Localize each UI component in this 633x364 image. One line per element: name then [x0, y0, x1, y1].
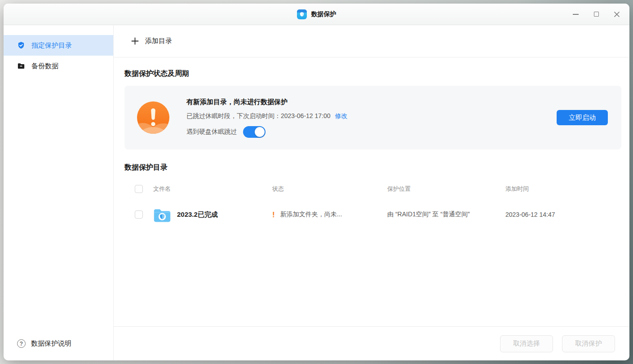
toggle-knob [255, 127, 265, 137]
desktop-background: 数据保护 指定保护目录 备份数据 [0, 0, 633, 364]
row-filename: 2023.2已完成 [177, 211, 218, 219]
warning-icon [137, 101, 169, 134]
sidebar-item-backup-data[interactable]: 备份数据 [4, 56, 113, 76]
status-section-heading: 数据保护状态及周期 [124, 69, 621, 79]
close-button[interactable] [613, 11, 620, 18]
table-header: 文件名 状态 保护位置 添加时间 [124, 183, 621, 195]
sleep-skip-toggle[interactable] [243, 126, 266, 138]
protected-folder-icon [153, 207, 171, 222]
exclamation-icon: ! [272, 211, 275, 219]
table-row[interactable]: 2023.2已完成 ! 新添加文件夹，尚未... 由 “RAID1空间” 至 “… [124, 200, 621, 229]
titlebar: 数据保护 [4, 4, 629, 25]
status-card: 有新添加目录，尚未进行数据保护 已跳过休眠时段，下次启动时间：2023-06-1… [124, 86, 621, 149]
footer-bar: 取消选择 取消保护 [114, 326, 629, 360]
main-panel: 添加目录 数据保护状态及周期 [114, 25, 629, 360]
schedule-text: 已跳过休眠时段，下次启动时间：2023-06-12 17:00 [186, 112, 331, 120]
minimize-button[interactable] [572, 11, 579, 18]
title-group: 数据保护 [297, 9, 336, 19]
cancel-selection-button[interactable]: 取消选择 [500, 335, 553, 352]
add-directory-label: 添加目录 [145, 37, 172, 45]
sidebar-item-label: 备份数据 [31, 62, 58, 70]
row-location: 由 “RAID1空间” 至 “普通空间” [387, 211, 505, 219]
app-shield-icon [297, 9, 307, 19]
row-status-text: 新添加文件夹，尚未... [280, 211, 342, 219]
column-added-time: 添加时间 [505, 185, 621, 193]
header-check-cell [124, 185, 153, 193]
directory-section-heading: 数据保护目录 [124, 163, 621, 172]
row-added-time: 2023-06-12 14:47 [505, 211, 621, 218]
toggle-label: 遇到硬盘休眠跳过 [186, 128, 237, 136]
toolbar: 添加目录 [114, 25, 629, 57]
close-icon [614, 11, 620, 18]
row-check-cell [124, 211, 153, 219]
window-controls [572, 4, 620, 25]
row-status-cell: ! 新添加文件夹，尚未... [272, 211, 387, 219]
minimize-icon [573, 14, 579, 15]
sidebar-item-protected-directories[interactable]: 指定保护目录 [4, 35, 113, 56]
folder-icon [17, 62, 25, 70]
sidebar: 指定保护目录 备份数据 ? 数据保护说明 [4, 25, 114, 360]
sidebar-item-label: 指定保护目录 [31, 41, 72, 50]
status-title: 有新添加目录，尚未进行数据保护 [186, 98, 557, 106]
app-window: 数据保护 指定保护目录 备份数据 [4, 4, 629, 360]
column-filename: 文件名 [153, 185, 272, 193]
maximize-button[interactable] [593, 11, 600, 18]
shield-check-icon [17, 41, 25, 49]
toggle-line: 遇到硬盘休眠跳过 [186, 126, 557, 138]
row-name-cell: 2023.2已完成 [153, 207, 272, 222]
schedule-line: 已跳过休眠时段，下次启动时间：2023-06-12 17:00 修改 [186, 112, 557, 120]
cancel-protection-button[interactable]: 取消保护 [562, 335, 615, 352]
question-icon: ? [17, 339, 26, 348]
column-status: 状态 [272, 185, 387, 193]
row-checkbox[interactable] [135, 211, 143, 219]
help-link[interactable]: ? 数据保护说明 [4, 339, 113, 360]
question-glyph: ? [20, 341, 23, 347]
content-area: 数据保护状态及周期 [114, 57, 629, 326]
add-directory-button[interactable]: 添加目录 [131, 37, 172, 45]
plus-icon [131, 37, 139, 45]
start-now-button[interactable]: 立即启动 [557, 110, 608, 125]
maximize-icon [594, 12, 599, 17]
status-text-block: 有新添加目录，尚未进行数据保护 已跳过休眠时段，下次启动时间：2023-06-1… [186, 98, 557, 138]
help-label: 数据保护说明 [31, 339, 71, 348]
modify-link[interactable]: 修改 [335, 112, 348, 120]
window-body: 指定保护目录 备份数据 ? 数据保护说明 添加目录 [4, 25, 629, 360]
select-all-checkbox[interactable] [135, 185, 143, 193]
window-title: 数据保护 [311, 10, 336, 18]
column-location: 保护位置 [387, 185, 505, 193]
